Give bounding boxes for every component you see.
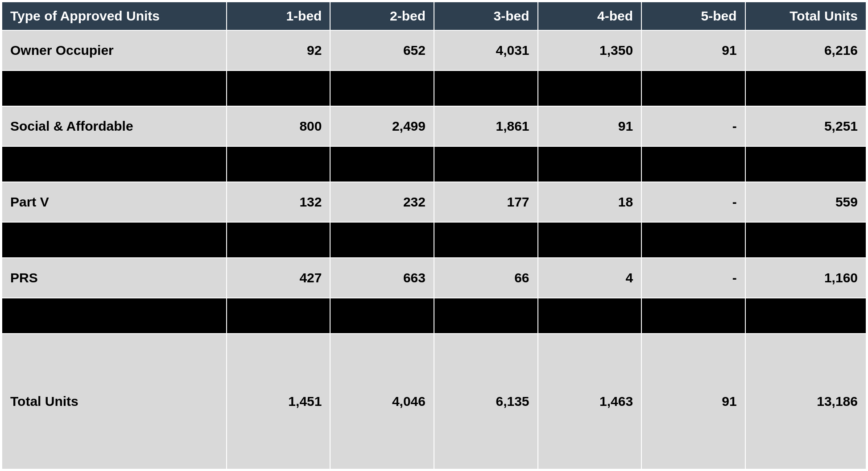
cell-prs-1bed: 427 (227, 258, 331, 298)
cell-owner-occupier-label: Owner Occupier (2, 30, 227, 70)
header-4bed: 4-bed (538, 2, 642, 30)
header-2bed: 2-bed (330, 2, 434, 30)
row-social-affordable: Social & Affordable8002,4991,86191-5,251 (2, 106, 866, 146)
cell-social-affordable-4bed: 91 (538, 106, 642, 146)
header-3bed: 3-bed (434, 2, 538, 30)
cell-prs-total: 1,160 (745, 258, 866, 298)
cell-owner-occupier-total: 6,216 (745, 30, 866, 70)
spacer-3 (2, 298, 866, 334)
row-total: Total Units1,4514,0466,1351,4639113,186 (2, 334, 866, 469)
cell-part-v-1bed: 132 (227, 182, 331, 222)
cell-prs-label: PRS (2, 258, 227, 298)
cell-part-v-4bed: 18 (538, 182, 642, 222)
cell-social-affordable-5bed: - (641, 106, 745, 146)
cell-part-v-5bed: - (641, 182, 745, 222)
cell-social-affordable-1bed: 800 (227, 106, 331, 146)
header-row: Type of Approved Units 1-bed 2-bed 3-bed… (2, 2, 866, 30)
cell-prs-5bed: - (641, 258, 745, 298)
cell-total-label: Total Units (2, 334, 227, 469)
cell-prs-2bed: 663 (330, 258, 434, 298)
cell-owner-occupier-3bed: 4,031 (434, 30, 538, 70)
cell-owner-occupier-5bed: 91 (641, 30, 745, 70)
cell-prs-4bed: 4 (538, 258, 642, 298)
spacer-2 (2, 222, 866, 258)
cell-total-total: 13,186 (745, 334, 866, 469)
cell-total-5bed: 91 (641, 334, 745, 469)
cell-owner-occupier-4bed: 1,350 (538, 30, 642, 70)
cell-social-affordable-3bed: 1,861 (434, 106, 538, 146)
row-prs: PRS427663664-1,160 (2, 258, 866, 298)
cell-part-v-2bed: 232 (330, 182, 434, 222)
approved-units-table: Type of Approved Units 1-bed 2-bed 3-bed… (1, 1, 867, 470)
cell-social-affordable-label: Social & Affordable (2, 106, 227, 146)
cell-owner-occupier-2bed: 652 (330, 30, 434, 70)
cell-total-2bed: 4,046 (330, 334, 434, 469)
table-wrapper: Type of Approved Units 1-bed 2-bed 3-bed… (0, 0, 868, 471)
header-type: Type of Approved Units (2, 2, 227, 30)
cell-part-v-3bed: 177 (434, 182, 538, 222)
header-5bed: 5-bed (641, 2, 745, 30)
spacer-1 (2, 146, 866, 182)
row-part-v: Part V13223217718-559 (2, 182, 866, 222)
header-total: Total Units (745, 2, 866, 30)
cell-part-v-total: 559 (745, 182, 866, 222)
cell-prs-3bed: 66 (434, 258, 538, 298)
cell-total-3bed: 6,135 (434, 334, 538, 469)
spacer-0 (2, 70, 866, 106)
header-1bed: 1-bed (227, 2, 331, 30)
cell-total-4bed: 1,463 (538, 334, 642, 469)
cell-social-affordable-2bed: 2,499 (330, 106, 434, 146)
cell-part-v-label: Part V (2, 182, 227, 222)
cell-owner-occupier-1bed: 92 (227, 30, 331, 70)
cell-total-1bed: 1,451 (227, 334, 331, 469)
cell-social-affordable-total: 5,251 (745, 106, 866, 146)
row-owner-occupier: Owner Occupier926524,0311,350916,216 (2, 30, 866, 70)
